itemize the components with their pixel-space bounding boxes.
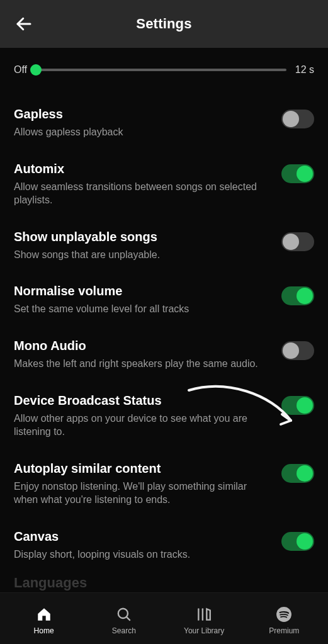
setting-desc: Allows gapless playback — [14, 125, 270, 139]
back-button[interactable] — [11, 11, 37, 37]
toggle-switch[interactable] — [281, 232, 314, 251]
slider-thumb-icon[interactable] — [30, 64, 42, 76]
setting-desc: Set the same volume level for all tracks — [14, 302, 270, 316]
home-icon — [35, 605, 54, 624]
toggle-switch[interactable] — [281, 110, 314, 128]
setting-title: Canvas — [14, 529, 270, 544]
toggle-switch[interactable] — [281, 532, 314, 551]
setting-text: Autoplay similar contentEnjoy nonstop li… — [14, 461, 270, 507]
setting-title: Mono Audio — [14, 339, 270, 353]
toggle-switch[interactable] — [281, 341, 314, 360]
setting-text: Normalise volumeSet the same volume leve… — [14, 284, 270, 316]
setting-row: CanvasDisplay short, looping visuals on … — [14, 518, 314, 573]
setting-text: Mono AudioMakes the left and right speak… — [14, 339, 270, 371]
setting-desc: Display short, looping visuals on tracks… — [14, 548, 270, 562]
setting-row: Device Broadcast StatusAllow other apps … — [14, 382, 314, 450]
toggle-knob-icon — [283, 111, 299, 127]
settings-content: Off 12 s GaplessAllows gapless playbackA… — [0, 48, 328, 592]
setting-title: Show unplayable songs — [14, 230, 270, 244]
bottom-nav: Home Search Your Library Premium — [0, 592, 328, 644]
toggle-knob-icon — [297, 533, 313, 550]
setting-text: GaplessAllows gapless playback — [14, 107, 270, 139]
nav-library[interactable]: Your Library — [164, 605, 244, 635]
toggle-switch[interactable] — [281, 464, 314, 483]
toggle-knob-icon — [297, 288, 313, 304]
setting-row: AutomixAllow seamless transitions betwee… — [14, 150, 314, 218]
setting-row: Normalise volumeSet the same volume leve… — [14, 273, 314, 327]
setting-title: Normalise volume — [14, 284, 270, 298]
toggle-knob-icon — [297, 166, 313, 182]
setting-desc: Makes the left and right speakers play t… — [14, 357, 270, 371]
setting-title: Device Broadcast Status — [14, 393, 270, 408]
setting-text: Device Broadcast StatusAllow other apps … — [14, 393, 270, 439]
page-title: Settings — [0, 16, 328, 32]
setting-desc: Show songs that are unplayable. — [14, 248, 270, 262]
nav-label: Search — [112, 626, 136, 635]
toggle-switch[interactable] — [281, 286, 314, 305]
setting-title: Autoplay similar content — [14, 461, 270, 476]
crossfade-slider[interactable] — [36, 69, 286, 71]
setting-text: Show unplayable songsShow songs that are… — [14, 230, 270, 262]
setting-text: AutomixAllow seamless transitions betwee… — [14, 162, 270, 207]
slider-label-off: Off — [14, 64, 27, 76]
svg-point-1 — [118, 608, 128, 618]
nav-home[interactable]: Home — [4, 605, 84, 635]
nav-search[interactable]: Search — [84, 605, 164, 635]
nav-premium[interactable]: Premium — [244, 605, 324, 635]
spotify-icon — [274, 605, 293, 624]
setting-row: Show unplayable songsShow songs that are… — [14, 218, 314, 273]
toggle-knob-icon — [297, 465, 313, 482]
setting-text: CanvasDisplay short, looping visuals on … — [14, 529, 270, 562]
nav-label: Premium — [269, 626, 299, 635]
slider-label-max: 12 s — [295, 64, 314, 76]
svg-line-2 — [127, 616, 130, 620]
nav-label: Home — [34, 626, 54, 635]
search-icon — [115, 605, 133, 624]
nav-label: Your Library — [184, 626, 224, 635]
toggle-knob-icon — [283, 342, 299, 359]
setting-row: Mono AudioMakes the left and right speak… — [14, 327, 314, 382]
setting-row: GaplessAllows gapless playback — [14, 96, 314, 150]
toggle-knob-icon — [297, 397, 313, 414]
next-section-heading: Languages — [14, 575, 87, 591]
setting-desc: Allow seamless transitions between songs… — [14, 180, 270, 207]
library-icon — [195, 605, 213, 624]
crossfade-slider-row: Off 12 s — [14, 64, 314, 76]
toggle-switch[interactable] — [281, 164, 314, 183]
setting-row: Autoplay similar contentEnjoy nonstop li… — [14, 450, 314, 518]
back-arrow-icon — [14, 14, 33, 33]
toggle-knob-icon — [283, 234, 299, 250]
setting-title: Automix — [14, 162, 270, 176]
setting-title: Gapless — [14, 107, 270, 121]
setting-desc: Enjoy nonstop listening. We'll play some… — [14, 480, 270, 507]
header-bar: Settings — [0, 0, 328, 48]
setting-desc: Allow other apps on your device to see w… — [14, 412, 270, 439]
toggle-switch[interactable] — [281, 396, 314, 415]
